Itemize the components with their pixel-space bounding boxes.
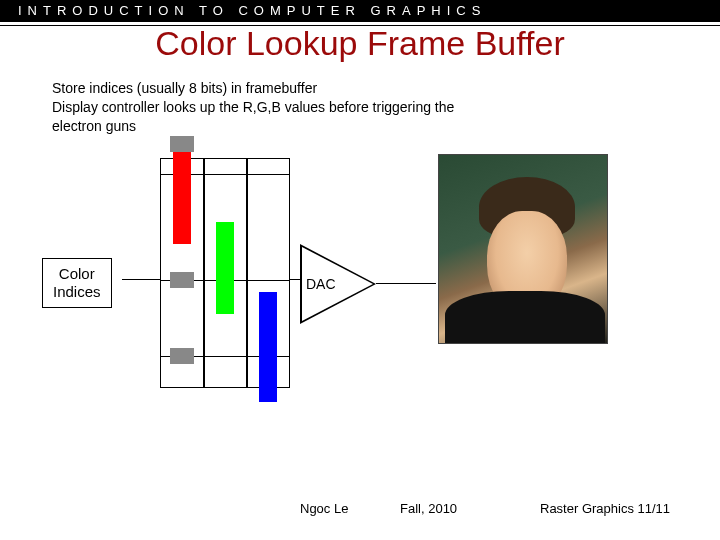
body-line-1: Store indices (usually 8 bits) in frameb…: [52, 79, 472, 98]
green-bar: [216, 222, 234, 314]
grey-chip: [170, 272, 194, 288]
grey-chip: [170, 136, 194, 152]
footer-author: Ngoc Le: [300, 501, 400, 516]
lookup-table: [160, 158, 290, 388]
body-line-2: Display controller looks up the R,G,B va…: [52, 98, 472, 136]
connector-line: [376, 283, 436, 285]
connector-line: [290, 279, 300, 281]
color-indices-label-2: Indices: [53, 283, 101, 301]
output-image: [438, 154, 608, 344]
slide-header: INTRODUCTION TO COMPUTER GRAPHICS: [0, 0, 720, 22]
connector-line: [122, 279, 160, 281]
dac-label: DAC: [306, 276, 336, 292]
blue-bar: [259, 292, 277, 402]
diagram: Color Indices DAC: [0, 148, 720, 428]
color-indices-box: Color Indices: [42, 258, 112, 308]
color-indices-label-1: Color: [53, 265, 101, 283]
footer-term: Fall, 2010: [400, 501, 540, 516]
grey-chip: [170, 348, 194, 364]
red-bar: [173, 144, 191, 244]
footer-section: Raster Graphics 11/11: [540, 501, 720, 516]
slide-title: Color Lookup Frame Buffer: [0, 24, 720, 63]
body-text: Store indices (usually 8 bits) in frameb…: [52, 79, 472, 136]
slide-footer: Ngoc Le Fall, 2010 Raster Graphics 11/11: [0, 501, 720, 516]
